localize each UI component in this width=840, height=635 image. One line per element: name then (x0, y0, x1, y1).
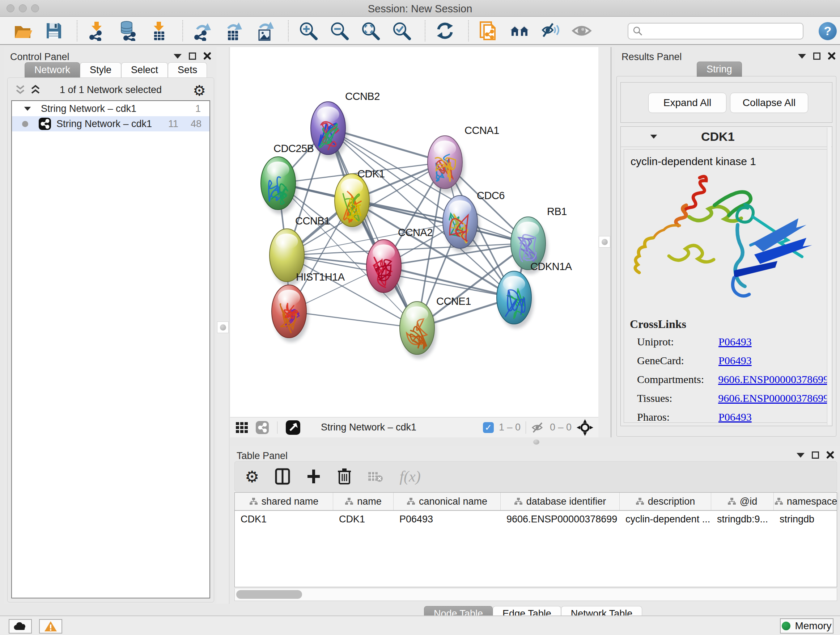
node-gloss (434, 141, 456, 157)
search-input[interactable] (628, 23, 804, 40)
cloud-status-button[interactable] (9, 619, 32, 633)
right-splitter[interactable] (598, 47, 611, 437)
panel-menu-icon[interactable] (797, 453, 805, 458)
table-cell[interactable]: stringdb (774, 511, 838, 527)
network-row[interactable]: String Network – cdk1 11 48 (12, 116, 210, 131)
delete-column-icon[interactable] (337, 468, 352, 485)
left-splitter[interactable] (216, 47, 229, 604)
column-header-sharedname[interactable]: shared name (235, 493, 333, 510)
zoom-out-icon[interactable] (329, 21, 349, 41)
table-row[interactable]: CDK1CDK1P064939606.ENSP00000378699cyclin… (235, 511, 837, 527)
column-header-namespace[interactable]: namespace (774, 493, 838, 510)
table-cell[interactable]: cyclin-dependent ... (620, 511, 711, 527)
column-header-name[interactable]: name (333, 493, 393, 510)
node-ccna2[interactable] (366, 240, 403, 297)
table-options-gear-icon[interactable]: ⚙ (245, 467, 259, 486)
crosslink-link[interactable]: 9606.ENSP00000378699 (718, 392, 829, 404)
birds-eye-toggle-icon[interactable] (286, 420, 301, 435)
tab-style[interactable]: Style (80, 62, 121, 78)
delete-table-icon[interactable] (368, 470, 384, 483)
share-session-icon[interactable] (478, 21, 499, 41)
column-header-label: database identifier (526, 496, 606, 507)
close-panel-icon[interactable] (828, 52, 836, 60)
panel-menu-icon[interactable] (174, 54, 182, 59)
column-header-id[interactable]: @id (711, 493, 774, 510)
memory-button[interactable]: Memory (780, 618, 834, 633)
node-gloss (373, 244, 395, 260)
node-cdc6[interactable] (443, 195, 480, 253)
zoom-in-icon[interactable] (298, 21, 318, 41)
cloud-icon (13, 621, 27, 631)
table-cell[interactable]: stringdb:9... (711, 511, 774, 527)
column-header-databaseidentifier[interactable]: database identifier (501, 493, 620, 510)
float-panel-icon[interactable] (813, 52, 821, 60)
import-network-icon[interactable] (87, 21, 107, 41)
node-ccne1[interactable] (400, 302, 437, 359)
collapse-all-button[interactable]: Collapse All (730, 93, 808, 113)
crosslink-link[interactable]: P06493 (718, 336, 752, 348)
node-ccna1[interactable] (428, 136, 464, 193)
import-database-icon[interactable] (118, 21, 138, 41)
table-cell[interactable]: CDK1 (235, 511, 333, 527)
horizontal-splitter-handle[interactable] (533, 440, 539, 445)
table-cell[interactable]: CDK1 (333, 511, 393, 527)
node-cdk1[interactable] (335, 174, 371, 231)
crosslinks-title: CrossLinks (624, 313, 829, 333)
grid-view-icon[interactable] (235, 421, 249, 434)
open-session-icon[interactable] (12, 21, 33, 41)
zoom-fit-icon[interactable] (360, 21, 381, 41)
results-scrollbar[interactable] (827, 127, 831, 425)
create-column-icon[interactable] (306, 468, 321, 485)
refresh-icon[interactable] (435, 21, 455, 41)
network-badge-icon[interactable] (256, 421, 269, 434)
tab-string[interactable]: String (697, 62, 742, 77)
table-h-scrollbar[interactable] (234, 589, 837, 601)
tab-select[interactable]: Select (121, 62, 168, 78)
show-glass-icon[interactable] (572, 21, 592, 41)
network-canvas[interactable]: CCNB2CCNA1CDC25BCDK1CDC6RB1CCNB1CCNA2CDK… (230, 47, 598, 417)
warning-status-button[interactable] (39, 619, 62, 633)
column-header-description[interactable]: description (620, 493, 711, 510)
help-icon[interactable]: ? (819, 22, 837, 40)
collection-expander-icon[interactable] (24, 106, 31, 111)
column-header-canonicalname[interactable]: canonical name (393, 493, 501, 510)
column-header-label: name (357, 496, 382, 507)
zoom-selected-icon[interactable] (392, 21, 412, 41)
table-cell[interactable]: 9606.ENSP00000378699 (501, 511, 620, 527)
protein-structure-image (625, 171, 828, 312)
network-collection-row[interactable]: String Network – cdk1 1 (12, 101, 210, 116)
node-ccnb2[interactable] (311, 102, 347, 159)
home-icon[interactable] (509, 21, 530, 41)
export-image-icon[interactable] (255, 21, 275, 41)
table-cell[interactable]: P06493 (393, 511, 501, 527)
panel-menu-icon[interactable] (798, 54, 806, 59)
edge-cdk1-rb1[interactable] (352, 200, 528, 243)
tab-sets[interactable]: Sets (168, 62, 207, 78)
import-table-icon[interactable] (149, 21, 169, 41)
selected-checkbox-icon[interactable]: ✓ (483, 422, 494, 433)
crosslink-link[interactable]: P06493 (718, 411, 752, 423)
section-expander-icon[interactable] (651, 135, 657, 139)
node-cdkn1a[interactable] (497, 271, 534, 328)
node-cdc25b[interactable] (261, 157, 298, 214)
close-panel-icon[interactable] (826, 451, 834, 459)
crosslink-link[interactable]: 9606.ENSP00000378699 (718, 373, 829, 386)
hide-glass-icon[interactable] (540, 21, 561, 41)
close-panel-icon[interactable] (203, 52, 211, 60)
float-panel-icon[interactable] (189, 52, 196, 60)
node-hist1h1a[interactable] (272, 285, 309, 342)
tab-network[interactable]: Network (25, 62, 80, 78)
column-type-icon (249, 497, 258, 505)
float-panel-icon[interactable] (812, 451, 819, 459)
show-columns-icon[interactable] (275, 468, 290, 485)
crosslink-row: Tissues:9606.ENSP00000378699 (624, 389, 829, 408)
export-network-icon[interactable] (193, 21, 213, 41)
expand-all-button[interactable]: Expand All (648, 93, 726, 113)
export-table-icon[interactable] (224, 21, 244, 41)
node-table[interactable]: shared namenamecanonical namedatabase id… (234, 492, 837, 587)
fit-content-crosshair-icon[interactable] (576, 419, 593, 436)
cdk1-section-header[interactable]: CDK1 (621, 127, 832, 147)
crosslink-link[interactable]: P06493 (718, 355, 752, 367)
network-options-gear-icon[interactable]: ⚙ (193, 82, 206, 99)
save-session-icon[interactable] (43, 21, 64, 41)
